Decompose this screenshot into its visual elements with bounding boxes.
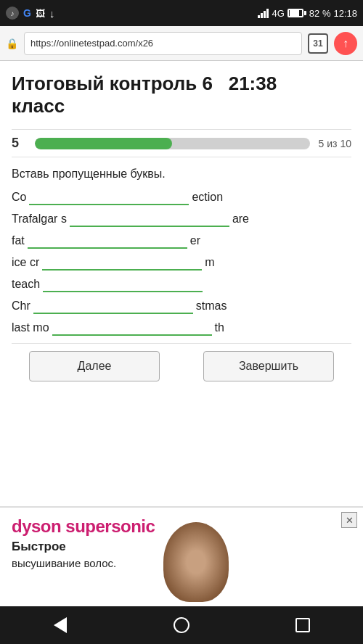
title-text: Итоговый контроль 6 — [12, 73, 213, 94]
progress-section: 5 5 из 10 — [12, 129, 351, 157]
fill-suffix-4: m — [205, 256, 214, 269]
status-bar: ♪ G 🖼 ↓ 4G 82 % 12:18 — [0, 0, 363, 26]
fill-input-7[interactable] — [52, 321, 212, 336]
download-icon: ↓ — [49, 7, 55, 20]
fill-suffix-6: stmas — [196, 300, 227, 313]
title-line2: класс — [12, 95, 65, 117]
fill-prefix-7: last mo — [12, 321, 49, 334]
progress-bar-fill — [35, 138, 172, 149]
question-instruction: Вставь пропущенные буквы. — [12, 168, 351, 181]
lock-icon: 🔒 — [6, 38, 18, 49]
back-button[interactable] — [38, 611, 82, 640]
fill-row-2: Trafalgar s are — [12, 212, 351, 227]
ad-close-button[interactable]: ✕ — [341, 512, 357, 528]
fill-input-1[interactable] — [29, 191, 189, 205]
fill-suffix-2: are — [232, 212, 249, 226]
fill-prefix-6: Chr — [12, 300, 30, 313]
battery-icon — [287, 9, 306, 17]
fill-suffix-3: er — [190, 234, 200, 247]
fill-row-1: Co ection — [12, 191, 351, 205]
ad-brand: dyson supersonic — [12, 516, 155, 537]
fill-prefix-3: fat — [12, 234, 25, 247]
fill-input-4[interactable] — [42, 256, 202, 271]
fill-prefix-1: Co — [12, 191, 26, 204]
fill-row-6: Chr stmas — [12, 300, 351, 314]
back-icon — [54, 617, 67, 633]
ad-image — [163, 522, 229, 602]
fill-row-5: teach — [12, 278, 351, 292]
fill-suffix-1: ection — [192, 191, 223, 204]
url-text: https://onlinetestpad.com/x26 — [30, 38, 153, 49]
fill-row-3: fat er — [12, 234, 351, 249]
fill-suffix-7: th — [215, 321, 224, 334]
fill-input-5[interactable] — [43, 278, 203, 292]
google-icon: G — [23, 7, 31, 19]
fill-row-4: ice cr m — [12, 256, 351, 271]
bottom-nav — [0, 606, 363, 644]
page-title: Итоговый контроль 6 21:38 класс — [12, 73, 351, 117]
refresh-button[interactable]: ↑ — [334, 32, 357, 55]
battery-percent: 82 % — [309, 8, 331, 19]
gallery-icon: 🖼 — [36, 8, 45, 19]
next-button[interactable]: Далее — [29, 351, 160, 381]
fill-prefix-5: teach — [12, 278, 40, 291]
ad-text-section: dyson supersonic Быстрое высушивание вол… — [12, 516, 155, 569]
home-icon — [174, 617, 189, 633]
network-type: 4G — [272, 8, 284, 19]
fill-input-2[interactable] — [70, 212, 229, 227]
fill-input-3[interactable] — [28, 234, 187, 249]
status-bar-left: ♪ G 🖼 ↓ — [6, 7, 54, 20]
finish-button[interactable]: Завершить — [203, 351, 334, 381]
progress-bar — [35, 138, 310, 149]
page-content: Итоговый контроль 6 21:38 класс 5 5 из 1… — [0, 61, 363, 506]
buttons-row: Далее Завершить — [12, 343, 351, 387]
recent-button[interactable] — [281, 611, 325, 640]
music-icon: ♪ — [6, 7, 19, 20]
clock: 12:18 — [333, 8, 357, 19]
timer: 21:38 — [229, 73, 277, 94]
recent-icon — [295, 618, 310, 632]
ad-banner: ✕ dyson supersonic Быстрое высушивание в… — [0, 506, 363, 606]
ad-sub2: высушивание волос. — [12, 557, 155, 569]
fill-row-7: last mo th — [12, 321, 351, 336]
home-button[interactable] — [160, 611, 203, 640]
progress-text: 5 из 10 — [319, 138, 351, 149]
fill-input-6[interactable] — [33, 300, 193, 314]
ad-sub1: Быстрое — [12, 540, 155, 554]
tab-count[interactable]: 31 — [308, 33, 328, 54]
question-number: 5 — [12, 136, 26, 151]
signal-bars — [258, 8, 269, 18]
fill-prefix-4: ice cr — [12, 256, 39, 269]
url-bar[interactable]: https://onlinetestpad.com/x26 — [24, 32, 302, 55]
browser-bar: 🔒 https://onlinetestpad.com/x26 31 ↑ — [0, 26, 363, 61]
fill-prefix-2: Trafalgar s — [12, 212, 67, 226]
status-bar-right: 4G 82 % 12:18 — [258, 8, 357, 19]
main-content: Итоговый контроль 6 21:38 класс 5 5 из 1… — [0, 61, 363, 506]
